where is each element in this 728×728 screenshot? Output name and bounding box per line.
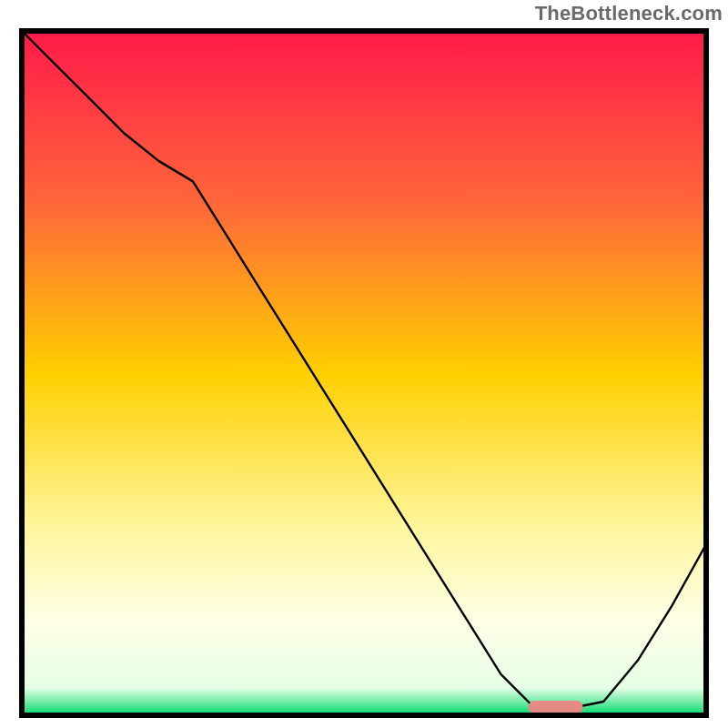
- watermark-text: TheBottleneck.com: [535, 2, 723, 25]
- bottleneck-chart: [18, 27, 710, 719]
- chart-svg: [18, 27, 710, 719]
- svg-rect-1: [529, 701, 583, 713]
